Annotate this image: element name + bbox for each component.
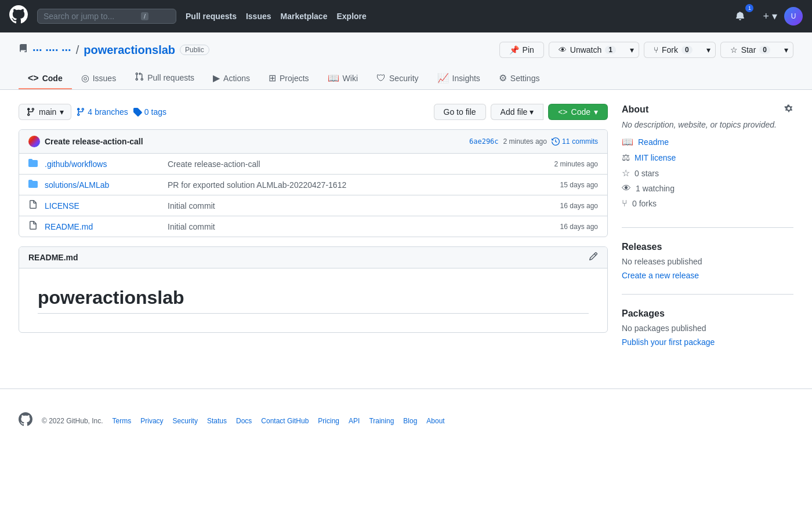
tab-wiki[interactable]: 📖 Wiki bbox=[318, 68, 367, 89]
fork-button[interactable]: ⑂ Fork 0 bbox=[644, 42, 702, 58]
tab-projects[interactable]: ⊞ Projects bbox=[259, 68, 318, 89]
footer-link-docs[interactable]: Docs bbox=[236, 417, 252, 425]
tab-code[interactable]: <> Code bbox=[19, 68, 72, 89]
add-file-button[interactable]: Add file ▾ bbox=[491, 104, 544, 120]
unwatch-dropdown-button[interactable]: ▾ bbox=[625, 42, 639, 58]
nav-issues[interactable]: Issues bbox=[246, 12, 271, 21]
github-logo-icon[interactable] bbox=[9, 5, 28, 27]
packages-empty-label: No packages published bbox=[622, 324, 793, 333]
repo-files-section: main ▾ 4 branches 0 tags Go to file Add … bbox=[19, 104, 608, 375]
tab-settings[interactable]: ⚙ Settings bbox=[490, 68, 549, 89]
tab-insights[interactable]: 📈 Insights bbox=[428, 68, 490, 89]
pin-button[interactable]: 📌 Pin bbox=[499, 42, 544, 58]
tab-actions[interactable]: ▶ Actions bbox=[204, 68, 259, 89]
file-icon bbox=[28, 221, 38, 232]
unwatch-button[interactable]: 👁 Unwatch 1 bbox=[549, 42, 626, 58]
star-icon: ☆ bbox=[622, 168, 630, 179]
nav-pull-requests[interactable]: Pull requests bbox=[186, 12, 237, 21]
about-section: About No description, website, or topics… bbox=[622, 104, 793, 228]
readme-section: README.md poweractionslab bbox=[19, 246, 608, 333]
watching-item: 👁 1 watching bbox=[622, 183, 793, 194]
repo-owner-link[interactable]: ··· ···· ··· bbox=[32, 43, 71, 57]
issues-tab-icon: ◎ bbox=[81, 72, 89, 83]
file-commit-message: Create release-action-call bbox=[168, 159, 548, 169]
repo-name-link[interactable]: poweractionslab bbox=[84, 43, 175, 57]
readme-edit-icon[interactable] bbox=[589, 252, 598, 263]
footer-link-api[interactable]: API bbox=[349, 417, 360, 425]
file-link[interactable]: .github/workflows bbox=[45, 159, 161, 169]
commit-author-avatar[interactable] bbox=[28, 136, 40, 147]
unwatch-group: 👁 Unwatch 1 ▾ bbox=[549, 42, 639, 58]
about-settings-icon[interactable] bbox=[784, 104, 793, 115]
file-commit-message: Initial commit bbox=[168, 201, 553, 210]
footer-link-contact[interactable]: Contact GitHub bbox=[261, 417, 309, 425]
tags-link[interactable]: 0 tags bbox=[133, 107, 166, 117]
repo-icon bbox=[19, 44, 28, 56]
pr-tab-icon bbox=[135, 72, 144, 83]
file-link[interactable]: README.md bbox=[45, 222, 161, 231]
file-link[interactable]: LICENSE bbox=[45, 201, 161, 210]
releases-title: Releases bbox=[622, 242, 662, 252]
commit-message-link[interactable]: Create release-action-call bbox=[45, 137, 143, 146]
license-link[interactable]: MIT license bbox=[635, 153, 676, 162]
code-chevron-icon: ▾ bbox=[594, 107, 598, 117]
readme-link-item: 📖 Readme bbox=[622, 136, 793, 147]
branch-bar: main ▾ 4 branches 0 tags Go to file Add … bbox=[19, 104, 608, 120]
footer-link-about[interactable]: About bbox=[426, 417, 444, 425]
commit-time: 2 minutes ago bbox=[503, 137, 547, 146]
search-box[interactable]: / bbox=[37, 9, 176, 24]
watching-count: 1 watching bbox=[636, 184, 675, 193]
security-tab-icon: 🛡 bbox=[376, 73, 386, 83]
nav-explore[interactable]: Explore bbox=[336, 12, 366, 21]
star-button[interactable]: ☆ Star 0 bbox=[720, 42, 780, 58]
forks-icon: ⑂ bbox=[622, 198, 628, 209]
tab-issues[interactable]: ◎ Issues bbox=[72, 68, 125, 89]
pin-icon: 📌 bbox=[509, 45, 519, 55]
star-icon: ☆ bbox=[730, 45, 738, 55]
branches-link[interactable]: 4 branches bbox=[76, 107, 128, 117]
file-link[interactable]: solutions/ALMLab bbox=[45, 180, 161, 190]
fork-dropdown-button[interactable]: ▾ bbox=[702, 42, 716, 58]
footer-link-security[interactable]: Security bbox=[173, 417, 198, 425]
code-button[interactable]: <> Code ▾ bbox=[548, 104, 608, 120]
footer-links: Terms Privacy Security Status Docs Conta… bbox=[113, 417, 445, 425]
tab-security[interactable]: 🛡 Security bbox=[367, 68, 428, 89]
goto-file-button[interactable]: Go to file bbox=[434, 104, 486, 120]
packages-title: Packages bbox=[622, 308, 665, 319]
search-input[interactable] bbox=[44, 12, 136, 21]
readme-link[interactable]: Readme bbox=[638, 137, 669, 147]
eye-icon: 👁 bbox=[622, 183, 631, 194]
readme-filename: README.md bbox=[28, 253, 78, 262]
commit-hash-link[interactable]: 6ae296c bbox=[469, 137, 499, 146]
user-avatar[interactable]: U bbox=[784, 7, 803, 26]
footer-link-training[interactable]: Training bbox=[369, 417, 394, 425]
unwatch-count: 1 bbox=[605, 46, 616, 54]
footer-link-blog[interactable]: Blog bbox=[403, 417, 417, 425]
footer-link-status[interactable]: Status bbox=[207, 417, 227, 425]
about-description: No description, website, or topics provi… bbox=[622, 120, 793, 129]
footer-link-terms[interactable]: Terms bbox=[113, 417, 132, 425]
insights-tab-icon: 📈 bbox=[437, 72, 449, 83]
folder-icon bbox=[28, 158, 38, 169]
star-dropdown-button[interactable]: ▾ bbox=[780, 42, 793, 58]
footer-link-privacy[interactable]: Privacy bbox=[140, 417, 163, 425]
notifications-button[interactable]: 1 bbox=[733, 8, 756, 26]
tab-pull-requests[interactable]: Pull requests bbox=[125, 67, 204, 89]
notification-badge: 1 bbox=[745, 4, 753, 12]
fork-group: ⑂ Fork 0 ▾ bbox=[644, 42, 716, 58]
stars-count: 0 stars bbox=[635, 169, 659, 178]
footer-link-pricing[interactable]: Pricing bbox=[318, 417, 339, 425]
packages-title-row: Packages bbox=[622, 308, 793, 319]
branch-selector-button[interactable]: main ▾ bbox=[19, 104, 71, 120]
commit-count-link[interactable]: 11 commits bbox=[552, 137, 598, 146]
repo-actions: 📌 Pin 👁 Unwatch 1 ▾ ⑂ Fork 0 ▾ bbox=[499, 42, 793, 58]
footer: © 2022 GitHub, Inc. Terms Privacy Securi… bbox=[0, 388, 812, 453]
avatar-initials: U bbox=[791, 12, 796, 20]
about-title: About bbox=[622, 104, 648, 115]
publish-package-link[interactable]: Publish your first package bbox=[622, 337, 715, 347]
nav-marketplace[interactable]: Marketplace bbox=[281, 12, 328, 21]
create-release-link[interactable]: Create a new release bbox=[622, 271, 699, 280]
create-button[interactable]: + ▾ bbox=[760, 8, 780, 25]
wiki-tab-icon: 📖 bbox=[328, 72, 339, 83]
code-tab-icon: <> bbox=[28, 73, 39, 83]
